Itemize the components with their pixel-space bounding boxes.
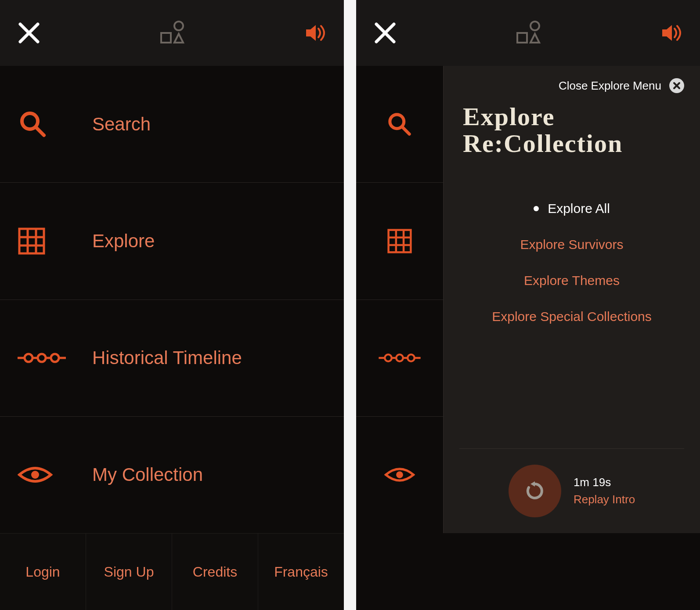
svg-rect-1 (161, 33, 171, 43)
close-explore-menu[interactable]: Close Explore Menu (459, 78, 684, 93)
svg-line-17 (402, 127, 409, 134)
footer-label: Français (274, 564, 328, 580)
active-bullet-icon (534, 206, 539, 211)
menu-item-search[interactable]: Search (0, 66, 344, 183)
svg-point-0 (174, 22, 183, 30)
menu-screen-explore-open: Close Explore Menu Explore Re:Collection… (356, 0, 700, 610)
svg-rect-15 (517, 33, 527, 43)
menu-item-my-collection[interactable]: My Collection (0, 417, 344, 533)
menu-item-my-collection[interactable] (356, 417, 443, 533)
close-circle-icon (669, 78, 684, 93)
svg-rect-4 (19, 229, 44, 253)
explore-link-all[interactable]: Explore All (534, 201, 610, 216)
svg-point-25 (396, 354, 403, 361)
replay-button[interactable] (509, 465, 561, 517)
svg-point-11 (38, 354, 46, 362)
svg-point-26 (408, 354, 415, 361)
footer-language[interactable]: Français (258, 534, 344, 610)
svg-rect-18 (389, 230, 411, 253)
menu-item-timeline[interactable]: Historical Timeline (0, 300, 344, 417)
footer-signup[interactable]: Sign Up (86, 534, 172, 610)
close-icon[interactable] (18, 22, 40, 44)
explore-panel-title: Explore Re:Collection (463, 104, 684, 157)
title-line: Re:Collection (463, 130, 684, 157)
replay-icon (524, 480, 545, 502)
topbar (356, 0, 700, 66)
svg-point-27 (396, 472, 403, 479)
replay-intro-row: 1m 19s Replay Intro (459, 448, 684, 533)
menu-item-explore[interactable]: Explore (0, 183, 344, 300)
menu-item-label: Historical Timeline (92, 347, 242, 368)
menu-item-label: My Collection (92, 464, 203, 485)
svg-line-3 (36, 127, 44, 135)
title-line: Explore (463, 104, 684, 130)
eye-icon (18, 464, 92, 485)
grid-icon (18, 227, 92, 255)
footer-label: Sign Up (104, 564, 154, 580)
close-explore-label: Close Explore Menu (559, 79, 661, 93)
footer-nav: Login Sign Up Credits Français (0, 533, 344, 610)
shapes-logo-icon[interactable] (159, 21, 187, 45)
link-label: Explore All (548, 201, 610, 216)
footer-label: Credits (193, 564, 237, 580)
menu-item-timeline[interactable] (356, 300, 443, 417)
svg-point-14 (530, 22, 539, 30)
main-menu: Search Explore Historical Timeline My Co… (0, 66, 344, 533)
link-label: Explore Survivors (520, 237, 623, 252)
explore-link-survivors[interactable]: Explore Survivors (520, 237, 623, 252)
replay-text: 1m 19s Replay Intro (574, 476, 635, 506)
search-icon (18, 109, 92, 140)
footer-login[interactable]: Login (0, 534, 86, 610)
menu-item-explore[interactable] (356, 183, 443, 300)
explore-links: Explore All Explore Survivors Explore Th… (459, 201, 684, 324)
svg-point-12 (51, 354, 59, 362)
timeline-icon (18, 351, 92, 365)
link-label: Explore Special Collections (492, 309, 652, 324)
link-label: Explore Themes (524, 273, 620, 288)
svg-point-13 (31, 471, 39, 479)
svg-point-10 (25, 354, 32, 362)
menu-item-search[interactable] (356, 66, 443, 183)
replay-duration: 1m 19s (574, 476, 635, 489)
sound-icon[interactable] (660, 23, 682, 43)
footer-label: Login (25, 564, 60, 580)
menu-item-label: Search (92, 114, 151, 135)
explore-link-themes[interactable]: Explore Themes (524, 273, 620, 288)
shapes-logo-icon[interactable] (515, 21, 543, 45)
footer-credits[interactable]: Credits (172, 534, 258, 610)
close-icon[interactable] (374, 22, 397, 44)
svg-point-24 (385, 354, 392, 361)
sound-icon[interactable] (304, 23, 326, 43)
explore-link-special-collections[interactable]: Explore Special Collections (492, 309, 652, 324)
menu-screen-closed: Search Explore Historical Timeline My Co… (0, 0, 344, 610)
replay-label[interactable]: Replay Intro (574, 493, 635, 506)
collapsed-menu-icons (356, 66, 443, 533)
explore-panel: Close Explore Menu Explore Re:Collection… (443, 66, 700, 533)
topbar (0, 0, 344, 66)
menu-item-label: Explore (92, 231, 155, 252)
